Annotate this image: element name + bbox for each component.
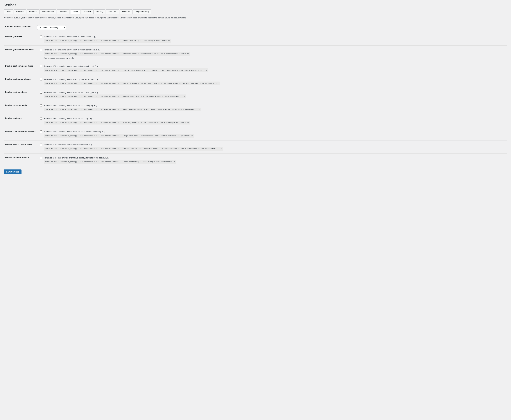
tab-rest-api[interactable]: Rest API: [81, 9, 94, 14]
label-disable-search-results-feeds: Disable search results feeds: [4, 140, 38, 153]
label-disable-post-type-feeds: Disable post type feeds: [4, 88, 38, 101]
row-disable-post-authors-feeds: Disable post authors feedsRemoves URLs p…: [4, 75, 507, 88]
checkbox-disable-post-authors-feeds[interactable]: [40, 78, 42, 81]
tab-editor[interactable]: Editor: [4, 9, 13, 14]
checkbox-disable-atom-rdf-feeds[interactable]: [40, 157, 42, 159]
row-disable-post-type-feeds: Disable post type feedsRemoves URLs prov…: [4, 88, 507, 101]
desc-disable-global-comment-feeds: Removes URLs providing an overview of re…: [44, 49, 100, 51]
control-disable-category-feeds: Removes URLs providing recent posts for …: [38, 101, 507, 114]
tab-backend[interactable]: Backend: [14, 9, 26, 14]
settings-table: Redirect feeds (if disabled) Redirect to…: [4, 22, 507, 32]
page-description: WordPress outputs your content in many d…: [4, 16, 507, 20]
tab-xml-rpc[interactable]: XML-RPC: [106, 9, 119, 14]
control-disable-atom-rdf-feeds: Removes URLs that provide alternative (l…: [38, 153, 507, 166]
desc-disable-custom-taxonomy-feeds: Removes URLs providing recent posts for …: [44, 130, 106, 133]
redirect-feeds-select[interactable]: Redirect to homepageReturn 404: [37, 25, 66, 30]
code-disable-post-type-feeds: <link rel="alternate" type="application/…: [44, 95, 186, 98]
control-disable-post-comments-feeds: Removes URLs providing recent comments o…: [38, 62, 507, 75]
redirect-feeds-row: Redirect feeds (if disabled) Redirect to…: [4, 22, 507, 32]
desc-disable-atom-rdf-feeds: Removes URLs that provide alternative (l…: [44, 157, 109, 159]
checkbox-disable-global-comment-feeds[interactable]: [40, 49, 42, 51]
tab-usage-tracking[interactable]: Usage Tracking: [132, 9, 151, 14]
desc-disable-category-feeds: Removes URLs providing recent posts for …: [44, 104, 98, 107]
desc-disable-global-feed: Removes URLs providing an overview of re…: [44, 36, 96, 38]
label-disable-post-comments-feeds: Disable post comments feeds: [4, 62, 38, 75]
tab-revisions[interactable]: Revisions: [57, 9, 70, 14]
tab-privacy[interactable]: Privacy: [94, 9, 105, 14]
code-disable-post-comments-feeds: <link rel="alternate" type="application/…: [44, 68, 208, 72]
checkbox-disable-global-feed[interactable]: [40, 36, 42, 38]
desc-disable-post-comments-feeds: Removes URLs providing recent comments o…: [44, 65, 99, 67]
code-disable-tag-feeds: <link rel="alternate" type="application/…: [44, 121, 190, 125]
tab-bar: EditorBackendFrontendPerformanceRevision…: [4, 9, 507, 14]
save-settings-button[interactable]: Save Settings: [4, 169, 22, 174]
checkbox-disable-post-comments-feeds[interactable]: [40, 65, 42, 67]
control-disable-custom-taxonomy-feeds: Removes URLs providing recent posts for …: [38, 128, 507, 141]
redirect-feeds-label: Redirect feeds (if disabled): [4, 22, 36, 32]
desc-disable-post-authors-feeds: Removes URLs providing recent posts by s…: [44, 78, 99, 81]
desc-disable-post-type-feeds: Removes URLs providing recent posts for …: [44, 91, 99, 94]
desc-disable-tag-feeds: Removes URLs providing recent posts for …: [44, 117, 94, 120]
code-disable-atom-rdf-feeds: <link rel="alternate" type="application/…: [44, 160, 176, 164]
control-disable-global-feed: Removes URLs providing an overview of re…: [38, 32, 507, 45]
label-disable-global-comment-feeds: Disable global comment feeds: [4, 45, 38, 62]
row-disable-search-results-feeds: Disable search results feedsRemoves URLs…: [4, 140, 507, 153]
row-disable-custom-taxonomy-feeds: Disable custom taxonomy feedsRemoves URL…: [4, 128, 507, 141]
control-disable-post-authors-feeds: Removes URLs providing recent posts by s…: [38, 75, 507, 88]
label-disable-atom-rdf-feeds: Disable Atom / RDF feeds: [4, 153, 38, 166]
tab-performance[interactable]: Performance: [40, 9, 56, 14]
code-disable-category-feeds: <link rel="alternate" type="application/…: [44, 108, 201, 111]
row-disable-atom-rdf-feeds: Disable Atom / RDF feedsRemoves URLs tha…: [4, 153, 507, 166]
tab-updates[interactable]: Updates: [120, 9, 132, 14]
label-disable-category-feeds: Disable category feeds: [4, 101, 38, 114]
code-disable-global-feed: <link rel="alternate" type="application/…: [44, 39, 171, 43]
code-disable-custom-taxonomy-feeds: <link rel="alternate" type="application/…: [44, 134, 194, 138]
row-disable-post-comments-feeds: Disable post comments feedsRemoves URLs …: [4, 62, 507, 75]
tab-feeds[interactable]: Feeds: [70, 9, 81, 14]
row-disable-global-feed: Disable global feedRemoves URLs providin…: [4, 32, 507, 45]
control-disable-tag-feeds: Removes URLs providing recent posts for …: [38, 114, 507, 128]
redirect-feeds-control: Redirect to homepageReturn 404: [36, 22, 507, 32]
code-disable-global-comment-feeds: <link rel="alternate" type="application/…: [44, 52, 190, 56]
feed-settings-table: Disable global feedRemoves URLs providin…: [4, 32, 507, 166]
checkbox-disable-search-results-feeds[interactable]: [40, 143, 42, 146]
label-disable-global-feed: Disable global feed: [4, 32, 38, 45]
checkbox-disable-tag-feeds[interactable]: [40, 117, 42, 120]
code-disable-post-authors-feeds: <link rel="alternate" type="application/…: [44, 82, 220, 85]
row-disable-tag-feeds: Disable tag feedsRemoves URLs providing …: [4, 114, 507, 128]
checkbox-disable-custom-taxonomy-feeds[interactable]: [40, 130, 42, 133]
label-disable-custom-taxonomy-feeds: Disable custom taxonomy feeds: [4, 128, 38, 141]
row-disable-category-feeds: Disable category feedsRemoves URLs provi…: [4, 101, 507, 114]
also-disable-global-comment-feeds: Also disables post comment feeds.: [44, 57, 190, 59]
label-disable-post-authors-feeds: Disable post authors feeds: [4, 75, 38, 88]
row-disable-global-comment-feeds: Disable global comment feedsRemoves URLs…: [4, 45, 507, 62]
control-disable-search-results-feeds: Removes URLs providing search result inf…: [38, 140, 507, 153]
checkbox-disable-category-feeds[interactable]: [40, 104, 42, 107]
control-disable-post-type-feeds: Removes URLs providing recent posts for …: [38, 88, 507, 101]
control-disable-global-comment-feeds: Removes URLs providing an overview of re…: [38, 45, 507, 62]
label-disable-tag-feeds: Disable tag feeds: [4, 114, 38, 128]
checkbox-disable-post-type-feeds[interactable]: [40, 91, 42, 94]
tab-frontend[interactable]: Frontend: [27, 9, 39, 14]
code-disable-search-results-feeds: <link rel="alternate" type="application/…: [44, 147, 223, 150]
page-title: Settings: [4, 3, 507, 7]
desc-disable-search-results-feeds: Removes URLs providing search result inf…: [44, 143, 93, 146]
